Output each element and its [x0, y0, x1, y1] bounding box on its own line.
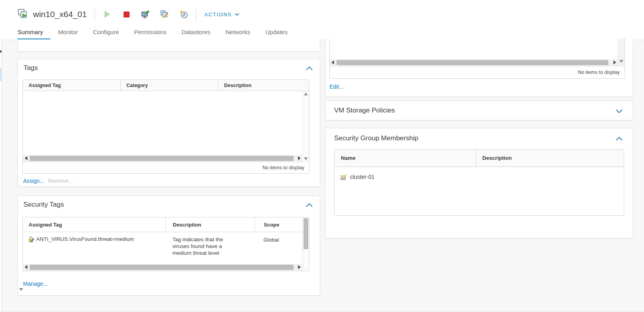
power-off-icon[interactable]: [122, 10, 131, 19]
tab-permissions[interactable]: Permissions: [134, 29, 166, 39]
security-tags-panel-title: Security Tags: [23, 201, 64, 209]
launch-console-icon[interactable]: [141, 10, 150, 19]
tags-col-category[interactable]: Category: [120, 80, 218, 91]
security-group-note-pencil-icon: [340, 173, 348, 181]
actions-menu-button[interactable]: ACTIONS: [204, 12, 239, 17]
tags-panel: Tags Assigned Tag Category Description N…: [17, 59, 320, 187]
sectags-col-assigned-tag[interactable]: Assigned Tag: [23, 217, 165, 232]
scroll-left-arrow[interactable]: [25, 265, 27, 269]
security-tag-name: ANTI_VIRUS.VirusFound.threat=medium: [36, 236, 134, 242]
manage-security-tags-link[interactable]: Manage...: [23, 281, 48, 287]
divider: [95, 8, 95, 21]
tags-vertical-scrollbar[interactable]: [302, 91, 309, 162]
actions-label: ACTIONS: [204, 12, 232, 17]
security-group-table: Name Description cluster-01: [334, 149, 624, 216]
tab-networks[interactable]: Networks: [226, 29, 251, 39]
chevron-down-icon: [235, 13, 239, 16]
scrollbar-thumb[interactable]: [337, 60, 608, 65]
security-group-name: cluster-01: [350, 174, 374, 180]
security-tag-lock-pencil-icon: [28, 236, 35, 244]
vm-toolbar: [103, 10, 188, 19]
snapshot-icon[interactable]: [179, 10, 188, 19]
security-group-row[interactable]: cluster-01: [335, 167, 624, 187]
vm-icon: [17, 8, 28, 21]
truncated-card-left: [17, 39, 320, 52]
expand-chevron-down-icon[interactable]: [616, 109, 623, 113]
edit-link[interactable]: Edit...: [329, 83, 344, 90]
security-tags-panel: Security Tags Assigned Tag Description S…: [17, 196, 320, 296]
security-tag-row[interactable]: ANTI_VIRUS.VirusFound.threat=medium Tag …: [23, 232, 302, 265]
sectags-col-scope[interactable]: Scope: [255, 217, 309, 232]
scroll-up-arrow[interactable]: [304, 93, 308, 95]
sgm-table-body-empty: [335, 187, 624, 215]
tags-col-description[interactable]: Description: [218, 80, 309, 91]
security-group-membership-panel: Security Group Membership Name Descripti…: [325, 128, 633, 238]
tab-summary[interactable]: Summary: [17, 29, 43, 39]
truncated-table: No items to display: [329, 39, 625, 79]
security-tag-description: Tag indicates that the viruses found hav…: [172, 236, 236, 256]
scroll-right-arrow[interactable]: [298, 156, 301, 160]
scrollbar-thumb[interactable]: [304, 218, 308, 249]
sidebar-selection-highlight: [0, 68, 2, 81]
tab-bar: Summary Monitor Configure Permissions Da…: [17, 29, 288, 39]
sgm-col-name[interactable]: Name: [335, 150, 476, 167]
title-row: win10_x64_01: [17, 6, 239, 23]
remove-tag-link[interactable]: Remove...: [48, 178, 73, 184]
tags-horizontal-scrollbar[interactable]: [23, 155, 302, 162]
scroll-down-arrow[interactable]: [304, 157, 308, 160]
vm-storage-policies-title: VM Storage Policies: [334, 107, 395, 114]
power-on-icon[interactable]: [103, 10, 112, 19]
security-tags-table: Assigned Tag Description Scope ANTI_: [23, 217, 309, 271]
scrollbar-thumb[interactable]: [30, 265, 294, 270]
collapse-chevron-up-icon[interactable]: [306, 66, 313, 70]
collapse-chevron-up-icon[interactable]: [616, 137, 623, 141]
scroll-down-arrow[interactable]: [19, 288, 23, 291]
truncated-table-body-empty: [330, 39, 618, 59]
edit-settings-icon[interactable]: [160, 10, 169, 19]
vm-storage-policies-panel: VM Storage Policies: [325, 101, 633, 120]
truncated-empty-message: No items to display: [330, 66, 625, 78]
header: win10_x64_01: [0, 0, 644, 40]
security-tag-scope: Global: [263, 237, 279, 243]
sectags-col-description[interactable]: Description: [165, 217, 255, 232]
tags-table-body-empty: [23, 91, 302, 155]
collapse-chevron-up-icon[interactable]: [306, 203, 313, 207]
truncated-card-right: No items to display Edit...: [325, 39, 633, 97]
security-group-membership-title: Security Group Membership: [334, 134, 418, 142]
tags-empty-message: No items to display: [23, 162, 309, 173]
scrollbar-thumb[interactable]: [30, 156, 294, 161]
vsphere-vm-summary-screen: win10_x64_01: [0, 0, 644, 312]
sgm-col-description[interactable]: Description: [476, 150, 624, 167]
scroll-down-arrow[interactable]: [619, 60, 623, 63]
page-title: win10_x64_01: [33, 10, 87, 19]
tab-datastores[interactable]: Datastores: [182, 29, 211, 39]
scroll-left-arrow[interactable]: [331, 60, 334, 64]
tags-panel-title: Tags: [23, 64, 38, 72]
sectags-horizontal-scrollbar[interactable]: [23, 264, 302, 271]
scroll-right-arrow[interactable]: [298, 265, 301, 269]
tab-configure[interactable]: Configure: [93, 29, 119, 39]
tab-updates[interactable]: Updates: [265, 29, 288, 39]
tab-monitor[interactable]: Monitor: [58, 29, 78, 39]
scroll-right-arrow[interactable]: [613, 60, 616, 64]
sectags-vertical-scrollbar[interactable]: [302, 217, 309, 271]
sidebar-pin-mark: [0, 50, 2, 52]
horizontal-scrollbar[interactable]: [330, 59, 618, 66]
tags-col-assigned-tag[interactable]: Assigned Tag: [23, 80, 120, 91]
divider: [196, 8, 196, 21]
tags-table: Assigned Tag Category Description No ite…: [23, 79, 309, 174]
assign-tag-link[interactable]: Assign...: [23, 178, 44, 184]
vertical-scrollbar[interactable]: [618, 39, 625, 66]
scroll-left-arrow[interactable]: [25, 156, 27, 160]
